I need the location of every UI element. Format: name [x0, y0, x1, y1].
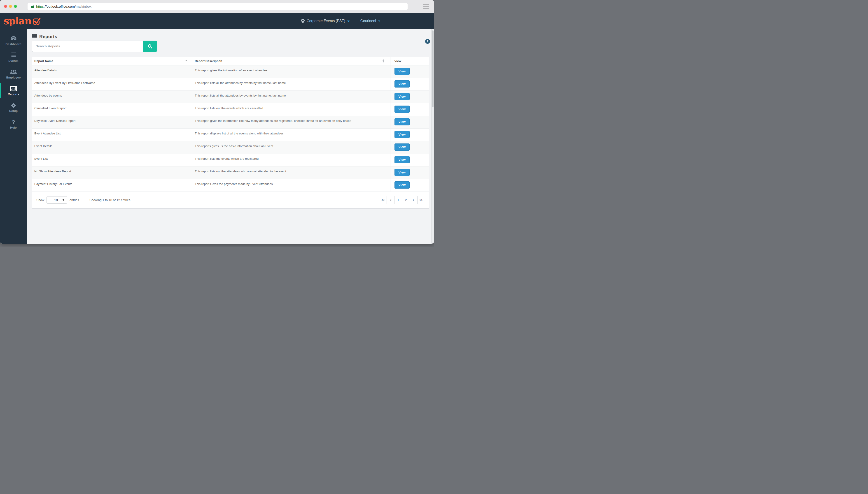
reports-table-body: Attendee DetailsThis report gives the in…	[32, 65, 429, 191]
reports-table-card: Report Name Report Description View	[32, 57, 429, 209]
location-label: Corporate Events (PST)	[307, 19, 345, 23]
view-button[interactable]: View	[395, 182, 410, 189]
report-name-cell: Payment History For Events	[32, 179, 192, 191]
title-row: Reports	[27, 29, 434, 39]
desktop: https://outlook.office.com/mail/inbox sp…	[0, 0, 434, 247]
view-button[interactable]: View	[395, 156, 410, 163]
reports-chart-icon	[0, 86, 27, 92]
body-row: DashboardEventsEmployeeReportsSetup?Help…	[0, 29, 434, 244]
report-name-cell: Attendee Details	[32, 65, 192, 78]
view-button[interactable]: View	[395, 131, 410, 138]
employee-group-icon	[0, 69, 27, 75]
logo-checkbox-icon	[32, 16, 41, 25]
search-input[interactable]	[32, 41, 143, 52]
search-button[interactable]	[143, 41, 157, 52]
report-description-cell: This report lists all the attendees by e…	[192, 91, 390, 103]
close-button[interactable]	[4, 5, 7, 8]
pagination-button[interactable]: <	[386, 196, 394, 204]
sidebar-item-employee[interactable]: Employee	[0, 66, 27, 82]
report-name-cell: Day wise Event Details Report	[32, 116, 192, 128]
maximize-button[interactable]	[14, 5, 17, 8]
view-button[interactable]: View	[395, 118, 410, 126]
report-description-cell: This report Gives the payments made by E…	[192, 179, 390, 191]
table-row: Event DetailsThis reports gives us the b…	[32, 141, 429, 154]
view-button[interactable]: View	[395, 93, 410, 100]
view-button[interactable]: View	[395, 144, 410, 151]
table-row: Attendees by eventsThis report lists all…	[32, 91, 429, 103]
view-cell: View	[390, 91, 429, 103]
chevron-down-icon	[378, 21, 380, 22]
sidebar-item-label: Dashboard	[0, 42, 27, 46]
pagination-button[interactable]: >>	[417, 196, 425, 204]
report-name-cell: Event List	[32, 154, 192, 166]
scrollbar-track[interactable]	[431, 29, 434, 244]
table-row: Payment History For EventsThis report Gi…	[32, 179, 429, 191]
view-button[interactable]: View	[395, 106, 410, 113]
table-footer: Show 10 entries Showing 1 to 10 of 12 en…	[32, 192, 429, 208]
app-logo[interactable]: splan	[4, 16, 41, 26]
report-description-cell: This reports gives us the basic informat…	[192, 141, 390, 154]
scrollbar-thumb[interactable]	[432, 31, 434, 107]
sidebar-item-dashboard[interactable]: Dashboard	[0, 33, 27, 48]
main-content: Reports ?	[27, 29, 434, 244]
pagination: <<<12>>>	[379, 196, 425, 204]
view-cell: View	[390, 116, 429, 128]
report-name-cell: Event Attendee List	[32, 128, 192, 141]
table-row: Cancelled Event ReportThis report lists …	[32, 103, 429, 116]
sidebar-item-help[interactable]: ?Help	[0, 117, 27, 132]
window-controls	[4, 5, 17, 8]
column-header-report-description[interactable]: Report Description	[192, 57, 390, 65]
table-header-row: Report Name Report Description View	[32, 57, 429, 65]
sidebar-item-reports[interactable]: Reports	[0, 83, 27, 98]
page-title: Reports	[39, 34, 57, 39]
setup-gear-icon	[0, 103, 27, 109]
sidebar-nav: DashboardEventsEmployeeReportsSetup?Help	[0, 29, 27, 244]
report-description-cell: This report gives the information of an …	[192, 65, 390, 78]
view-cell: View	[390, 103, 429, 116]
url-bar[interactable]: https://outlook.office.com/mail/inbox	[28, 3, 408, 11]
report-description-cell: This report lists out the attendees who …	[192, 166, 390, 179]
list-icon	[32, 34, 37, 39]
pagination-button[interactable]: 1	[394, 196, 402, 204]
table-row: Event Attendee ListThis report displays …	[32, 128, 429, 141]
sidebar-item-label: Employee	[0, 76, 27, 79]
view-cell: View	[390, 128, 429, 141]
pagination-button[interactable]: <<	[379, 196, 386, 204]
report-description-cell: This report gives the information like h…	[192, 116, 390, 128]
url-scheme: https	[36, 4, 44, 8]
user-label: Gourineni	[360, 19, 376, 23]
sidebar-item-label: Events	[0, 59, 27, 62]
reports-table: Report Name Report Description View	[32, 57, 429, 192]
lock-icon	[31, 5, 34, 8]
view-button[interactable]: View	[395, 80, 410, 88]
minimize-button[interactable]	[9, 5, 12, 8]
sidebar-item-events[interactable]: Events	[0, 50, 27, 65]
location-selector[interactable]: Corporate Events (PST)	[301, 19, 349, 23]
page-size-value: 10	[50, 198, 62, 202]
report-description-cell: This report lists the events which are r…	[192, 154, 390, 166]
browser-chrome: https://outlook.office.com/mail/inbox	[0, 0, 434, 13]
report-description-cell: This report displays list of all the eve…	[192, 128, 390, 141]
report-name-cell: Cancelled Event Report	[32, 103, 192, 116]
header-right: Corporate Events (PST) Gourineni	[301, 19, 434, 23]
page-size-select[interactable]: 10	[47, 196, 67, 204]
column-header-report-name[interactable]: Report Name	[32, 57, 192, 65]
select-caret-icon	[62, 200, 65, 201]
help-button[interactable]: ?	[425, 39, 430, 44]
view-cell: View	[390, 166, 429, 179]
help-question-icon: ?	[0, 119, 27, 125]
pagination-button[interactable]: >	[410, 196, 417, 204]
browser-menu-button[interactable]	[423, 4, 429, 9]
user-menu[interactable]: Gourineni	[360, 19, 380, 23]
pagination-button[interactable]: 2	[402, 196, 410, 204]
sidebar-item-setup[interactable]: Setup	[0, 100, 27, 115]
view-button[interactable]: View	[395, 68, 410, 75]
logo-text: splan	[4, 16, 31, 26]
view-cell: View	[390, 65, 429, 78]
table-row: Event ListThis report lists the events w…	[32, 154, 429, 166]
sort-both-icon	[382, 59, 384, 62]
url-path: /mail/inbox	[75, 4, 91, 8]
view-cell: View	[390, 154, 429, 166]
view-button[interactable]: View	[395, 169, 410, 176]
report-description-cell: This report lists out the events which a…	[192, 103, 390, 116]
